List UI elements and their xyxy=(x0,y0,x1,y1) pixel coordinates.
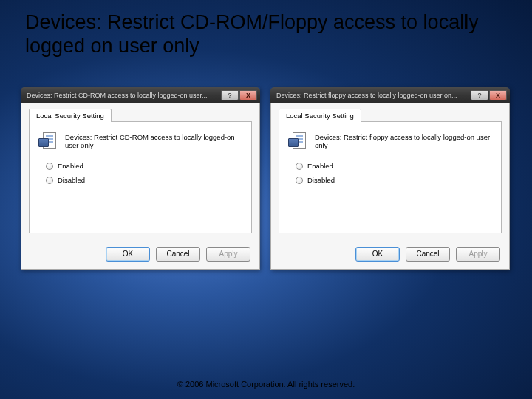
radio-icon xyxy=(46,163,53,170)
radio-icon xyxy=(296,177,303,184)
policy-name: Devices: Restrict CD-ROM access to local… xyxy=(65,133,242,149)
button-row: OK Cancel Apply xyxy=(355,247,500,262)
radio-label: Disabled xyxy=(307,176,335,184)
footer-copyright: © 2006 Microsoft Corporation. All rights… xyxy=(0,380,532,389)
policy-name: Devices: Restrict floppy access to local… xyxy=(315,133,492,149)
close-button[interactable]: X xyxy=(489,90,507,100)
apply-button[interactable]: Apply xyxy=(206,247,250,262)
cancel-button[interactable]: Cancel xyxy=(156,247,200,262)
titlebar[interactable]: Devices: Restrict floppy access to local… xyxy=(270,87,510,103)
ok-button[interactable]: OK xyxy=(355,247,400,262)
window-controls: ? X xyxy=(221,90,257,100)
dialog-body: Local Security Setting Devices: Restrict… xyxy=(21,103,260,270)
ok-button[interactable]: OK xyxy=(106,247,150,262)
window-controls: ? X xyxy=(471,90,507,100)
policy-header: Devices: Restrict floppy access to local… xyxy=(288,132,492,150)
radio-icon xyxy=(46,177,53,184)
apply-button[interactable]: Apply xyxy=(456,247,500,262)
dialog-body: Local Security Setting Devices: Restrict… xyxy=(270,103,510,270)
tab-local-security-setting[interactable]: Local Security Setting xyxy=(279,109,361,122)
policy-icon xyxy=(38,132,58,150)
window-title: Devices: Restrict floppy access to local… xyxy=(276,92,471,99)
radio-label: Enabled xyxy=(307,162,333,170)
cancel-button[interactable]: Cancel xyxy=(406,247,450,262)
radio-enabled[interactable]: Enabled xyxy=(46,162,242,170)
tab-local-security-setting[interactable]: Local Security Setting xyxy=(29,109,112,122)
radio-icon xyxy=(296,163,303,170)
titlebar[interactable]: Devices: Restrict CD-ROM access to local… xyxy=(21,87,260,103)
close-button[interactable]: X xyxy=(239,90,257,100)
radio-label: Enabled xyxy=(58,162,83,170)
policy-icon xyxy=(288,132,307,150)
policy-header: Devices: Restrict CD-ROM access to local… xyxy=(38,132,242,150)
dialog-floppy: Devices: Restrict floppy access to local… xyxy=(270,87,510,270)
help-button[interactable]: ? xyxy=(471,90,488,100)
button-row: OK Cancel Apply xyxy=(106,247,250,262)
radio-disabled[interactable]: Disabled xyxy=(46,176,242,184)
window-title: Devices: Restrict CD-ROM access to local… xyxy=(27,92,221,99)
tab-strip: Local Security Setting xyxy=(279,108,502,121)
tab-panel: Devices: Restrict floppy access to local… xyxy=(279,121,502,233)
tab-panel: Devices: Restrict CD-ROM access to local… xyxy=(29,121,252,233)
radio-label: Disabled xyxy=(58,176,85,184)
radio-enabled[interactable]: Enabled xyxy=(296,162,492,170)
dialog-cdrom: Devices: Restrict CD-ROM access to local… xyxy=(21,87,260,270)
help-button[interactable]: ? xyxy=(221,90,239,100)
radio-disabled[interactable]: Disabled xyxy=(296,176,492,184)
dialogs-container: Devices: Restrict CD-ROM access to local… xyxy=(21,87,510,270)
tab-strip: Local Security Setting xyxy=(29,108,252,121)
slide-title: Devices: Restrict CD-ROM/Floppy access t… xyxy=(25,10,510,58)
